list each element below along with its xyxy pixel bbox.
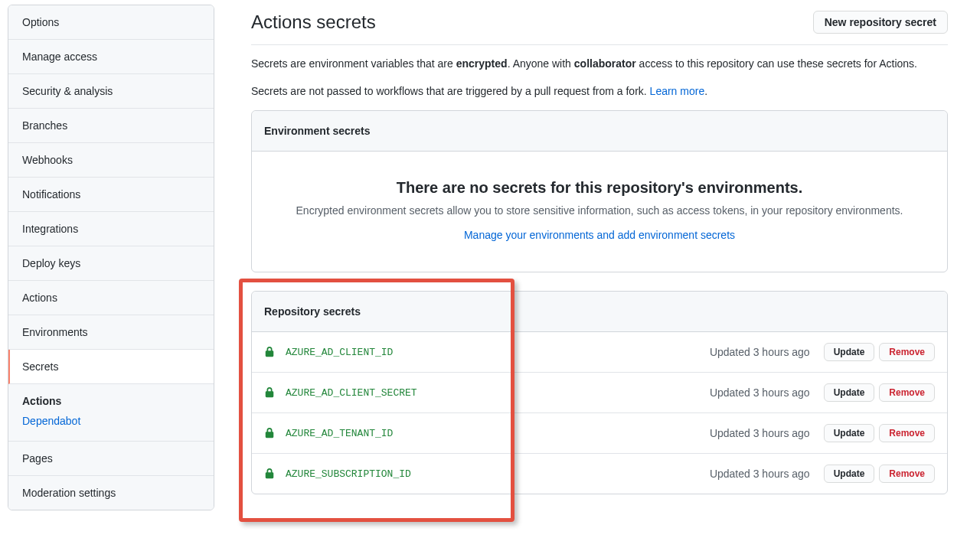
repository-secrets-box: Repository secrets AZURE_AD_CLIENT_ID Up… [251, 291, 948, 494]
sidebar-subgroup-title: Actions [22, 395, 200, 407]
lock-icon [264, 386, 275, 399]
sidebar-item-integrations[interactable]: Integrations [8, 212, 214, 246]
new-repository-secret-button[interactable]: New repository secret [813, 11, 948, 34]
env-empty-title: There are no secrets for this repository… [270, 179, 929, 197]
env-empty-desc: Encrypted environment secrets allow you … [270, 204, 929, 217]
manage-environments-link[interactable]: Manage your environments and add environ… [464, 229, 735, 241]
sidebar-item-manage-access[interactable]: Manage access [8, 40, 214, 74]
secret-row: AZURE_SUBSCRIPTION_ID Updated 3 hours ag… [252, 454, 947, 494]
environment-secrets-header: Environment secrets [252, 111, 947, 152]
page-header: Actions secrets New repository secret [251, 5, 948, 45]
remove-secret-button[interactable]: Remove [879, 465, 935, 483]
update-secret-button[interactable]: Update [824, 424, 875, 442]
sidebar-item-branches[interactable]: Branches [8, 109, 214, 143]
secret-name: AZURE_SUBSCRIPTION_ID [286, 468, 411, 480]
sidebar-item-deploy-keys[interactable]: Deploy keys [8, 246, 214, 281]
intro-encrypted: encrypted [456, 57, 508, 70]
repository-secrets-header: Repository secrets [252, 292, 947, 332]
intro-collaborator: collaborator [574, 57, 636, 70]
sidebar-item-webhooks[interactable]: Webhooks [8, 143, 214, 178]
remove-secret-button[interactable]: Remove [879, 383, 935, 402]
intro-p2b: . [704, 85, 707, 97]
sidebar-item-options[interactable]: Options [8, 5, 214, 40]
update-secret-button[interactable]: Update [824, 383, 875, 402]
secret-updated: Updated 3 hours ago [710, 468, 810, 480]
main-content: Actions secrets New repository secret Se… [214, 5, 972, 510]
remove-secret-button[interactable]: Remove [879, 343, 935, 361]
secret-updated: Updated 3 hours ago [710, 386, 810, 399]
update-secret-button[interactable]: Update [824, 465, 875, 483]
sidebar-sublink-dependabot[interactable]: Dependabot [22, 415, 200, 427]
lock-icon [264, 427, 275, 439]
secret-row: AZURE_AD_TENANT_ID Updated 3 hours ago U… [252, 413, 947, 454]
intro-p2a: Secrets are not passed to workflows that… [251, 85, 650, 97]
secret-row: AZURE_AD_CLIENT_ID Updated 3 hours ago U… [252, 332, 947, 373]
learn-more-link[interactable]: Learn more [650, 85, 705, 97]
intro-p1e: access to this repository can use these … [636, 57, 917, 70]
lock-icon [264, 468, 275, 480]
secret-updated: Updated 3 hours ago [710, 427, 810, 439]
secret-name: AZURE_AD_TENANT_ID [286, 428, 393, 439]
sidebar-item-actions[interactable]: Actions [8, 281, 214, 315]
remove-secret-button[interactable]: Remove [879, 424, 935, 442]
sidebar-item-moderation[interactable]: Moderation settings [8, 476, 214, 510]
intro-p1a: Secrets are environment variables that a… [251, 57, 456, 70]
sidebar-item-notifications[interactable]: Notifications [8, 178, 214, 212]
intro-p1c: . Anyone with [508, 57, 574, 70]
sidebar-item-pages[interactable]: Pages [8, 442, 214, 476]
sidebar-item-secrets[interactable]: Secrets [8, 350, 214, 384]
sidebar-secrets-subgroup: Actions Dependabot [8, 384, 214, 442]
environment-secrets-empty: There are no secrets for this repository… [252, 152, 947, 272]
secret-name: AZURE_AD_CLIENT_ID [286, 347, 393, 358]
secret-row: AZURE_AD_CLIENT_SECRET Updated 3 hours a… [252, 373, 947, 413]
sidebar-item-environments[interactable]: Environments [8, 315, 214, 350]
update-secret-button[interactable]: Update [824, 343, 875, 361]
settings-sidebar: Options Manage access Security & analysi… [8, 5, 214, 510]
secret-updated: Updated 3 hours ago [710, 346, 810, 358]
lock-icon [264, 346, 275, 358]
sidebar-item-security-analysis[interactable]: Security & analysis [8, 74, 214, 109]
intro-text: Secrets are environment variables that a… [251, 56, 948, 99]
page-title: Actions secrets [251, 11, 376, 33]
secret-name: AZURE_AD_CLIENT_SECRET [286, 387, 417, 399]
environment-secrets-box: Environment secrets There are no secrets… [251, 110, 948, 272]
